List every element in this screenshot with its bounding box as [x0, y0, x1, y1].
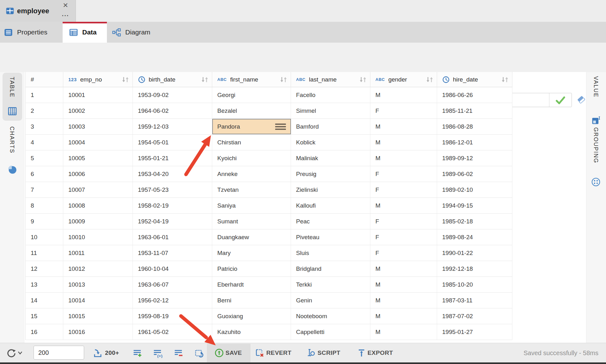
- grid-cell[interactable]: 10001: [63, 87, 133, 103]
- grid-cell[interactable]: Facello: [291, 87, 370, 103]
- pie-chart-icon[interactable]: [8, 165, 17, 174]
- column-header-gender[interactable]: ABCgender: [370, 72, 437, 87]
- grid-cell[interactable]: 10008: [63, 198, 133, 213]
- grid-cell[interactable]: 10013: [63, 277, 133, 292]
- row-number-cell[interactable]: 4: [26, 135, 63, 150]
- script-icon[interactable]: [306, 348, 316, 358]
- tab-diagram[interactable]: Diagram: [107, 22, 168, 43]
- save-icon[interactable]: [214, 348, 224, 358]
- row-number-cell[interactable]: 12: [26, 261, 63, 276]
- grid-cell[interactable]: M: [370, 324, 437, 340]
- grid-cell[interactable]: Koblick: [291, 135, 370, 150]
- grid-cell[interactable]: 1952-04-19: [133, 214, 212, 229]
- row-number-cell[interactable]: 16: [26, 324, 63, 340]
- sort-icon[interactable]: [279, 76, 288, 83]
- grid-cell[interactable]: F: [370, 214, 437, 229]
- grid-cell[interactable]: Terkki: [291, 277, 370, 292]
- grid-cell[interactable]: 1990-01-22: [437, 245, 512, 261]
- grid-cell[interactable]: 1954-05-01: [133, 135, 212, 150]
- grid-cell[interactable]: M: [370, 308, 437, 324]
- grid-cell[interactable]: 10011: [63, 245, 133, 261]
- grid-cell[interactable]: Berni: [212, 293, 291, 308]
- row-number-cell[interactable]: 10: [26, 229, 63, 245]
- selected-cell[interactable]: Pandora: [212, 119, 291, 134]
- revert-icon[interactable]: [255, 348, 264, 358]
- grid-cell[interactable]: 1964-06-02: [133, 103, 212, 118]
- grid-cell[interactable]: Guoxiang: [212, 308, 291, 324]
- eraser-icon[interactable]: [576, 95, 586, 105]
- sort-icon[interactable]: [201, 76, 209, 83]
- grid-cell[interactable]: Cappelletti: [291, 324, 370, 340]
- doc-tab-employee[interactable]: employee ✕ ···: [0, 0, 76, 22]
- grid-cell[interactable]: 1953-04-20: [133, 166, 212, 182]
- grid-cell[interactable]: 1959-08-19: [133, 308, 212, 324]
- grid-cell[interactable]: 10010: [63, 229, 133, 245]
- grid-cell[interactable]: 1989-02-10: [437, 182, 512, 197]
- grid-cell[interactable]: 1963-06-01: [133, 229, 212, 245]
- row-number-cell[interactable]: 3: [26, 119, 63, 134]
- grid-cell[interactable]: 1986-12-01: [437, 135, 512, 150]
- grid-cell[interactable]: 1994-09-15: [437, 198, 512, 213]
- grid-cell[interactable]: 1958-02-19: [133, 198, 212, 213]
- grid-cell[interactable]: F: [370, 229, 437, 245]
- grid-cell[interactable]: 1953-11-07: [133, 245, 212, 261]
- grid-cell[interactable]: Georgi: [212, 87, 291, 103]
- column-header-birth_date[interactable]: birth_date: [133, 72, 212, 87]
- grid-cell[interactable]: M: [370, 150, 437, 166]
- grid-cell[interactable]: 10014: [63, 293, 133, 308]
- grid-cell[interactable]: Chirstian: [212, 135, 291, 150]
- grid-cell[interactable]: 1986-08-28: [437, 119, 512, 134]
- cell-menu-icon[interactable]: [275, 124, 286, 130]
- revert-button[interactable]: REVERT: [266, 343, 291, 363]
- row-number-cell[interactable]: 15: [26, 308, 63, 324]
- grid-cell[interactable]: 1956-02-12: [133, 293, 212, 308]
- grid-cell[interactable]: 1987-07-02: [437, 308, 512, 324]
- row-number-cell[interactable]: 11: [26, 245, 63, 261]
- value-panel-icon[interactable]: [591, 116, 601, 125]
- grid-cell[interactable]: 10002: [63, 103, 133, 118]
- grid-cell[interactable]: 1959-12-03: [133, 119, 212, 134]
- tab-properties[interactable]: Properties: [0, 22, 63, 43]
- script-button[interactable]: SCRIPT: [318, 343, 340, 363]
- export-icon[interactable]: [357, 348, 366, 358]
- column-header-emp_no[interactable]: 123emp_no: [63, 72, 133, 87]
- grid-cell[interactable]: 1963-06-07: [133, 277, 212, 292]
- grid-cell[interactable]: M: [370, 198, 437, 213]
- grid-cell[interactable]: M: [370, 135, 437, 150]
- grid-cell[interactable]: 1989-06-02: [437, 166, 512, 182]
- grid-cell[interactable]: M: [370, 119, 437, 134]
- fetch-more-icon[interactable]: [93, 349, 102, 358]
- grid-cell[interactable]: 1960-10-04: [133, 261, 212, 276]
- column-header-rownum[interactable]: #: [26, 72, 63, 87]
- grid-cell[interactable]: 10004: [63, 135, 133, 150]
- row-number-cell[interactable]: 13: [26, 277, 63, 292]
- chevron-down-icon[interactable]: [18, 351, 22, 355]
- grid-cell[interactable]: 10015: [63, 308, 133, 324]
- grid-cell[interactable]: Kalloufi: [291, 198, 370, 213]
- grid-cell[interactable]: Kyoichi: [212, 150, 291, 166]
- apply-filter-button[interactable]: [549, 93, 572, 107]
- grid-cell[interactable]: 1985-11-21: [437, 103, 512, 118]
- grid-cell[interactable]: Bamford: [291, 119, 370, 134]
- column-header-hire_date[interactable]: hire_date: [437, 72, 512, 87]
- rail-tab-grouping-label[interactable]: GROUPING: [592, 127, 599, 163]
- grid-cell[interactable]: Genin: [291, 293, 370, 308]
- delete-row-icon[interactable]: [174, 349, 183, 358]
- grid-cell[interactable]: M: [370, 87, 437, 103]
- column-header-first_name[interactable]: ABCfirst_name: [212, 72, 291, 87]
- row-number-cell[interactable]: 2: [26, 103, 63, 118]
- grid-cell[interactable]: 1986-06-26: [437, 87, 512, 103]
- row-number-cell[interactable]: 5: [26, 150, 63, 166]
- table-view-icon[interactable]: [7, 106, 17, 116]
- grid-cell[interactable]: 1957-05-23: [133, 182, 212, 197]
- grid-cell[interactable]: 1987-03-11: [437, 293, 512, 308]
- grid-cell[interactable]: F: [370, 182, 437, 197]
- row-number-cell[interactable]: 6: [26, 166, 63, 182]
- rail-tab-value-label[interactable]: VALUE: [592, 76, 599, 98]
- generate-script-icon[interactable]: [194, 349, 204, 358]
- grid-cell[interactable]: Duangkaew: [212, 229, 291, 245]
- grid-cell[interactable]: Preusig: [291, 166, 370, 182]
- grid-cell[interactable]: 1992-12-18: [437, 261, 512, 276]
- grid-cell[interactable]: 10007: [63, 182, 133, 197]
- grid-cell[interactable]: 10012: [63, 261, 133, 276]
